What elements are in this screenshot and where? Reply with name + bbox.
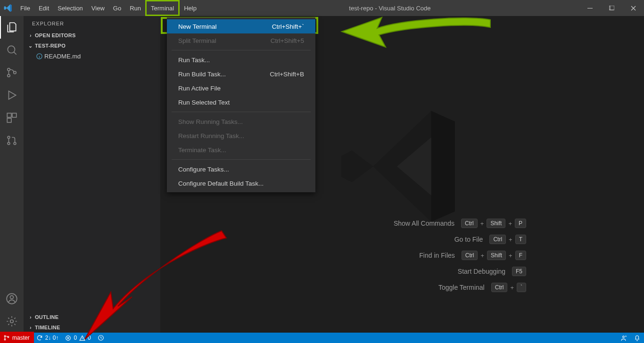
chevron-right-icon: ›: [27, 33, 34, 38]
vscode-logo-icon: [0, 4, 16, 12]
activity-accounts-icon[interactable]: [0, 287, 24, 310]
welcome-shortcuts: Show All Commands Ctrl+ Shift+ P Go to F…: [394, 219, 526, 292]
shortcut-toggle-terminal: Toggle Terminal Ctrl+ `: [394, 283, 526, 292]
menu-edit[interactable]: Edit: [34, 0, 53, 16]
status-history-icon[interactable]: [94, 333, 107, 343]
menu-help[interactable]: Help: [180, 0, 201, 16]
svg-point-3: [8, 46, 15, 53]
menu-view[interactable]: View: [87, 0, 109, 16]
timeline-section[interactable]: › TIMELINE: [24, 322, 160, 333]
menu-new-terminal[interactable]: New Terminal Ctrl+Shift+`: [167, 19, 315, 33]
activity-search-icon[interactable]: [0, 39, 24, 61]
svg-rect-7: [7, 113, 11, 117]
terminal-dropdown-menu: New Terminal Ctrl+Shift+` Split Terminal…: [167, 17, 315, 192]
svg-point-12: [14, 142, 16, 145]
chevron-down-icon: ⌄: [27, 43, 34, 49]
explorer-sidebar: EXPLORER › OPEN EDITORS ⌄ TEST-REPO READ…: [24, 16, 160, 333]
explorer-header: EXPLORER: [24, 16, 160, 30]
activity-pull-requests-icon[interactable]: [0, 129, 24, 152]
svg-point-11: [8, 142, 10, 145]
maximize-button[interactable]: [601, 0, 622, 16]
svg-rect-2: [610, 6, 614, 10]
svg-rect-8: [12, 113, 17, 117]
menu-restart-running-task[interactable]: Restart Running Task...: [167, 129, 315, 143]
svg-point-21: [623, 336, 625, 338]
menu-terminal[interactable]: Terminal: [145, 0, 180, 16]
menu-configure-default-build-task[interactable]: Configure Default Build Task...: [167, 176, 315, 190]
status-sync[interactable]: 2↓ 0↑: [33, 333, 62, 343]
chevron-right-icon: ›: [27, 314, 34, 320]
outline-section[interactable]: › OUTLINE: [24, 312, 160, 322]
svg-rect-0: [587, 8, 593, 8]
menu-go[interactable]: Go: [109, 0, 125, 16]
menu-separator: [172, 112, 311, 112]
info-file-icon: [36, 53, 44, 60]
status-git-branch[interactable]: master: [0, 333, 33, 343]
menu-file[interactable]: File: [16, 0, 34, 16]
menu-split-terminal[interactable]: Split Terminal Ctrl+Shift+5: [167, 33, 315, 48]
menu-run[interactable]: Run: [125, 0, 145, 16]
svg-point-4: [8, 68, 10, 71]
status-feedback-icon[interactable]: [617, 335, 630, 342]
menu-show-running-tasks[interactable]: Show Running Tasks...: [167, 114, 315, 129]
shortcut-start-debugging: Start Debugging F5: [394, 267, 526, 276]
shortcut-show-all-commands: Show All Commands Ctrl+ Shift+ P: [394, 219, 526, 228]
menu-run-selected-text[interactable]: Run Selected Text: [167, 95, 315, 109]
svg-point-14: [10, 295, 14, 299]
activity-extensions-icon[interactable]: [0, 106, 24, 129]
activity-run-debug-icon[interactable]: [0, 84, 24, 106]
svg-point-15: [10, 320, 14, 323]
menu-run-task[interactable]: Run Task...: [167, 53, 315, 67]
menu-run-build-task[interactable]: Run Build Task... Ctrl+Shift+B: [167, 67, 315, 81]
menu-separator: [172, 159, 311, 160]
status-bell-icon[interactable]: [630, 335, 644, 342]
status-problems[interactable]: 0 0: [62, 333, 94, 343]
menu-bar: File Edit Selection View Go Run Terminal…: [16, 0, 201, 16]
menu-run-active-file[interactable]: Run Active File: [167, 81, 315, 95]
window-controls: [579, 0, 644, 16]
file-label: README.md: [44, 53, 81, 60]
menu-configure-tasks[interactable]: Configure Tasks...: [167, 162, 315, 176]
activity-source-control-icon[interactable]: [0, 61, 24, 84]
activity-bar: [0, 16, 24, 333]
menu-selection[interactable]: Selection: [53, 0, 87, 16]
chevron-right-icon: ›: [27, 325, 34, 330]
close-button[interactable]: [622, 0, 644, 16]
status-bar: master 2↓ 0↑ 0 0: [0, 333, 644, 343]
file-readme[interactable]: README.md: [24, 51, 160, 61]
shortcut-find-in-files: Find in Files Ctrl+ Shift+ F: [394, 251, 526, 260]
menu-terminate-task[interactable]: Terminate Task...: [167, 143, 315, 157]
shortcut-go-to-file: Go to File Ctrl+ T: [394, 235, 526, 244]
folder-section[interactable]: ⌄ TEST-REPO: [24, 41, 160, 51]
vscode-watermark-icon: [336, 100, 468, 232]
activity-settings-icon[interactable]: [0, 310, 24, 333]
svg-point-17: [4, 335, 6, 337]
menu-separator: [172, 50, 311, 50]
title-bar: File Edit Selection View Go Run Terminal…: [0, 0, 644, 16]
open-editors-section[interactable]: › OPEN EDITORS: [24, 30, 160, 41]
svg-point-5: [8, 74, 10, 77]
svg-rect-9: [7, 118, 11, 122]
window-title: test-repo - Visual Studio Code: [201, 5, 579, 12]
svg-point-18: [4, 339, 6, 340]
minimize-button[interactable]: [579, 0, 601, 16]
svg-point-10: [8, 136, 10, 139]
activity-explorer-icon[interactable]: [0, 16, 24, 39]
